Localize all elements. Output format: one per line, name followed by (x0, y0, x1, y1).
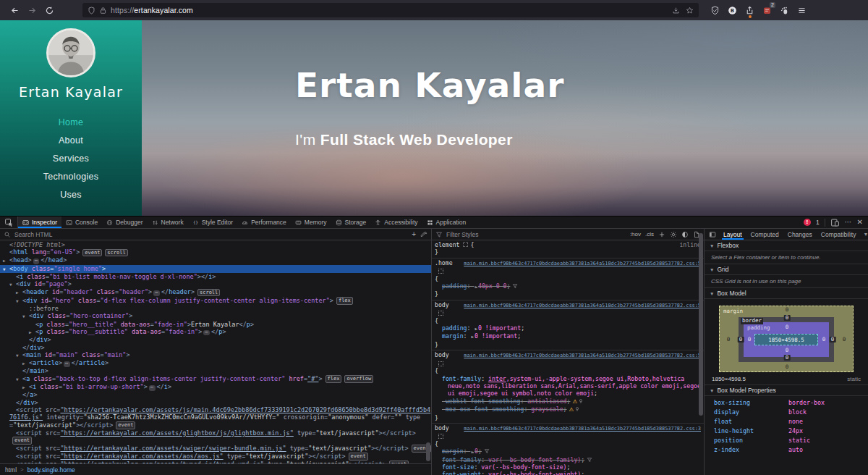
markup-line[interactable]: ▼<div class="hero-container"> (0, 312, 431, 320)
property-row[interactable]: line-height24px (705, 426, 868, 435)
highlight-target-icon[interactable] (438, 311, 443, 316)
forward-arrow-button[interactable] (23, 2, 41, 18)
filter-styles-input[interactable] (446, 231, 626, 238)
css-declaration[interactable]: margin: ▶0 !important; (432, 332, 704, 340)
overridden-filter-icon[interactable] (587, 456, 592, 463)
toggle-hov[interactable]: :hov (630, 231, 641, 238)
stylesheet-link[interactable]: main.min.bbcf98b463c4717c0bdcdaeabb38738… (464, 352, 701, 359)
tab-style-editor[interactable]: {}Style Editor (188, 217, 237, 228)
account-b-icon[interactable]: B (728, 6, 737, 15)
markup-line[interactable]: ▶<header id="header" class="header">⋯</h… (0, 288, 431, 296)
contrast-icon[interactable] (681, 231, 689, 238)
border-top-value[interactable]: 0 (784, 315, 791, 321)
stylesheet-link[interactable]: main.min.bbcf98b463c4717c0bdcdaeabb38738… (464, 425, 701, 432)
markup-line[interactable]: ▶<article>⋯</article> (0, 359, 431, 367)
badge-event[interactable]: event (82, 249, 102, 257)
collapsed-ellipsis-icon[interactable]: ⋯ (149, 385, 156, 391)
css-declaration[interactable]: padding: ▶40px 0 0; (432, 282, 704, 290)
boxmodel-section-header[interactable]: ▼Box Model (705, 288, 868, 299)
markup-line[interactable]: <script src="https://ertankayalar.com/as… (0, 429, 431, 445)
badge-event[interactable]: event (116, 421, 135, 429)
tab-performance[interactable]: Performance (237, 217, 291, 228)
badge-scroll[interactable]: scroll (197, 289, 220, 297)
markup-line[interactable]: <script src="https://ertankayalar.com/as… (0, 461, 431, 463)
markup-line[interactable]: ▶<i class="bi bi-arrow-up-short">⋯</i> (0, 383, 431, 391)
boxmodel-properties-header[interactable]: ▼Box Model Properties (705, 385, 868, 396)
tab-storage[interactable]: Storage (331, 217, 371, 228)
extension-up-icon[interactable] (745, 6, 754, 15)
property-row[interactable]: box-sizingborder-box (705, 398, 868, 407)
expand-arrow-icon[interactable]: ▶ (475, 284, 477, 289)
devtools-close-icon[interactable]: ✕ (857, 219, 863, 226)
stylesheet-link[interactable]: main.min.bbcf98b463c4717c0bdcdaeabb38738… (464, 260, 701, 267)
add-node-button[interactable]: + (412, 231, 416, 238)
markup-line[interactable]: <!DOCTYPE html> (0, 241, 431, 248)
markup-line[interactable]: <html lang="en-US">eventscroll (0, 248, 431, 256)
rule-selector[interactable]: body (435, 301, 449, 308)
sidebar-item-uses[interactable]: Uses (60, 190, 82, 200)
markup-line[interactable]: <p class="hero__title" data-aos="fade-in… (0, 321, 431, 328)
toggle-cls[interactable]: .cls (645, 231, 654, 238)
rule-selector-line[interactable]: bodymain.min.bbcf98b463c4717c0bdcdaeabb3… (432, 424, 704, 432)
margin-bottom-value[interactable]: 0 (786, 364, 789, 370)
collapsed-ellipsis-icon[interactable]: ⋯ (64, 361, 70, 367)
eyedropper-icon[interactable] (420, 231, 427, 238)
twisty-icon[interactable]: ▶ (29, 329, 35, 336)
badge-event[interactable]: event (349, 453, 368, 461)
markup-line[interactable]: ::before (0, 305, 431, 312)
badge-flex[interactable]: flex (336, 297, 353, 305)
shield-icon[interactable] (88, 7, 95, 14)
css-declaration[interactable]: font-weight: var(--bs-body-font-weight); (432, 471, 704, 475)
highlight-target-icon[interactable] (438, 434, 443, 439)
stylesheet-link[interactable]: main.min.bbcf98b463c4717c0bdcdaeabb38738… (464, 302, 701, 309)
css-declaration[interactable]: padding: ▶0 !important; (432, 324, 704, 332)
tab-memory[interactable]: Memory (291, 217, 331, 228)
overridden-filter-icon[interactable] (484, 447, 490, 455)
rule-selector[interactable]: body (435, 424, 449, 432)
twisty-icon[interactable]: ▼ (16, 298, 22, 305)
rule-selector[interactable]: body (435, 351, 449, 358)
css-declaration[interactable]: font-family: var(--bs-body-font-family); (432, 456, 704, 463)
twisty-icon[interactable]: ▼ (22, 313, 29, 320)
gnome-icon[interactable] (780, 6, 789, 15)
property-row[interactable]: displayblock (705, 407, 868, 416)
markup-line[interactable]: <i class="bi bi-list mobile-nav-toggle d… (0, 273, 431, 280)
markup-line[interactable]: ▼<a class="back-to-top d-flex align-item… (0, 375, 431, 383)
sidebar-toggle-icon[interactable] (706, 229, 719, 240)
twisty-icon[interactable]: ▶ (16, 289, 22, 296)
badge-event[interactable]: event (12, 437, 32, 445)
markup-line[interactable]: <script src="https://ertankayalar.com/as… (0, 453, 431, 461)
property-row[interactable]: positionstatic (705, 435, 868, 445)
rule-selector-line[interactable]: element{inline (432, 241, 704, 248)
badge-flex[interactable]: flex (326, 375, 342, 383)
border-left-value[interactable]: 0 (738, 337, 744, 342)
markup-line[interactable]: ▼<main id="main" class="main"> (0, 351, 431, 359)
border-bottom-value[interactable]: 0 (784, 355, 791, 361)
property-row[interactable]: floatnone (705, 416, 868, 426)
grid-section-header[interactable]: ▼Grid (705, 264, 868, 275)
notification-icon[interactable]: 2 (762, 6, 772, 15)
responsive-design-mode-icon[interactable] (830, 218, 840, 227)
tabs-overflow-icon[interactable]: ▼ (860, 229, 868, 240)
markup-line[interactable]: </main> (0, 367, 431, 374)
markup-line[interactable]: ▼<div id="hero" class="d-flex flex-colum… (0, 297, 431, 305)
highlight-target-icon[interactable] (463, 242, 468, 247)
css-declaration[interactable]: font-family: inter,system-ui,-apple-syst… (432, 375, 704, 398)
highlight-target-icon[interactable] (438, 361, 443, 366)
url-text[interactable]: https://ertankayalar.com (111, 6, 193, 14)
rules-scrollbar[interactable] (699, 233, 703, 416)
collapsed-ellipsis-icon[interactable]: ⋯ (33, 258, 40, 264)
breadcrumb-item[interactable]: html (5, 466, 17, 474)
highlight-target-icon[interactable] (438, 269, 443, 274)
markup-line[interactable]: ▼<div id="page"> (0, 280, 431, 288)
markup-line[interactable]: </div> (0, 336, 431, 343)
tab-layout[interactable]: Layout (719, 229, 746, 240)
bookmark-star-icon[interactable] (686, 7, 694, 14)
padding-bottom-value[interactable]: 0 (786, 348, 789, 353)
expand-arrow-icon[interactable]: ▶ (475, 326, 477, 331)
badge-overflow[interactable]: overflow (344, 375, 373, 383)
sun-icon[interactable] (670, 231, 677, 238)
markup-line[interactable]: ▶<head>⋯</head> (0, 256, 431, 264)
sidebar-item-about[interactable]: About (59, 135, 83, 146)
back-arrow-button[interactable] (6, 2, 23, 18)
